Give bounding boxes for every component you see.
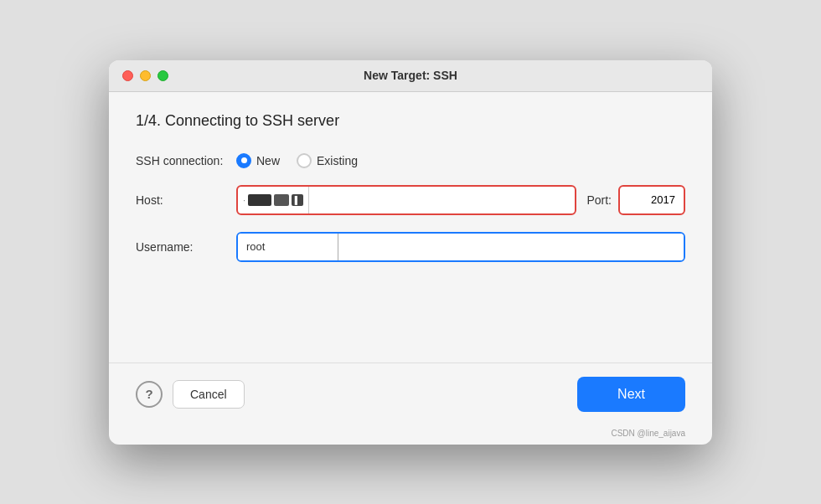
port-input[interactable] [618, 185, 685, 215]
traffic-lights [122, 70, 168, 81]
radio-existing-button[interactable] [297, 153, 312, 168]
host-port-row: Host: · ▌ [136, 185, 685, 215]
footer-left: ? Cancel [136, 380, 245, 409]
minimize-button[interactable] [140, 70, 151, 81]
username-filled-value: root [238, 234, 338, 260]
mask-block-2 [274, 194, 289, 206]
mask-block-3: ▌ [292, 194, 303, 206]
host-input-container[interactable]: · ▌ [236, 185, 576, 215]
connection-label: SSH connection: [136, 154, 236, 167]
close-button[interactable] [122, 70, 133, 81]
maximize-button[interactable] [157, 70, 168, 81]
radio-new-label: New [256, 154, 280, 167]
username-empty-area [338, 234, 684, 260]
mask-block-1 [248, 194, 271, 206]
dialog-footer: ? Cancel Next [109, 363, 712, 429]
help-button[interactable]: ? [136, 381, 163, 408]
host-label: Host: [136, 193, 236, 207]
watermark: CSDN @line_aijava [109, 429, 712, 445]
cancel-button[interactable]: Cancel [173, 380, 245, 409]
dialog-window: New Target: SSH 1/4. Connecting to SSH s… [109, 60, 712, 445]
ssh-connection-row: SSH connection: New Existing [136, 153, 685, 168]
radio-existing-label: Existing [317, 154, 358, 167]
radio-group: New Existing [236, 153, 358, 168]
title-bar: New Target: SSH [109, 60, 712, 92]
radio-new-option[interactable]: New [236, 153, 280, 168]
next-button[interactable]: Next [577, 377, 685, 412]
spacer [136, 279, 685, 329]
port-label: Port: [586, 193, 612, 207]
host-masked-section: · ▌ [238, 187, 309, 213]
radio-new-inner [241, 157, 247, 163]
host-field-wrapper: · ▌ [236, 185, 576, 215]
port-group: Port: [586, 185, 685, 215]
radio-existing-option[interactable]: Existing [297, 153, 358, 168]
username-label: Username: [136, 240, 236, 254]
username-field-container[interactable]: root [236, 232, 685, 262]
radio-new-button[interactable] [236, 153, 251, 168]
host-port-group: · ▌ Port: [236, 185, 685, 215]
window-title: New Target: SSH [364, 69, 457, 82]
step-label: 1/4. Connecting to SSH server [136, 112, 685, 130]
username-row: Username: root [136, 232, 685, 262]
dialog-content: 1/4. Connecting to SSH server SSH connec… [109, 92, 712, 346]
